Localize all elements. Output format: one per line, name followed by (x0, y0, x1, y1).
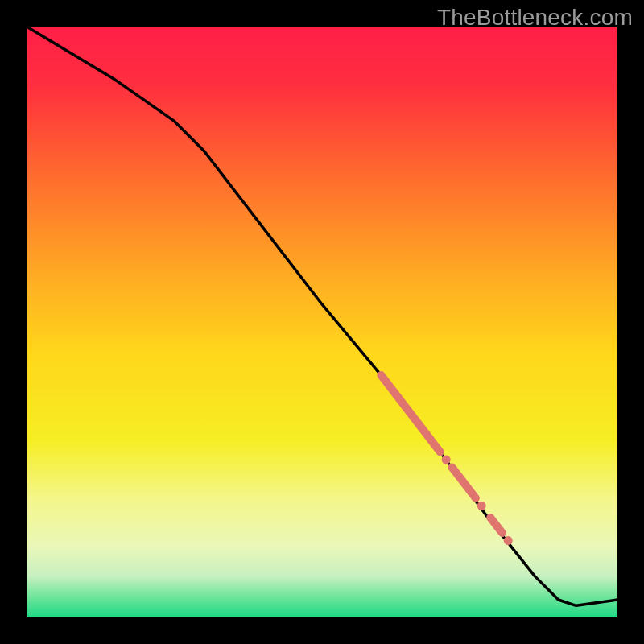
gradient-background (27, 27, 617, 617)
highlight-dot (442, 456, 451, 464)
chart-frame: TheBottleneck.com (0, 0, 644, 644)
highlight-dot (477, 502, 486, 510)
plot-area (27, 27, 617, 617)
highlight-dot (504, 536, 513, 545)
chart-svg (27, 27, 617, 617)
